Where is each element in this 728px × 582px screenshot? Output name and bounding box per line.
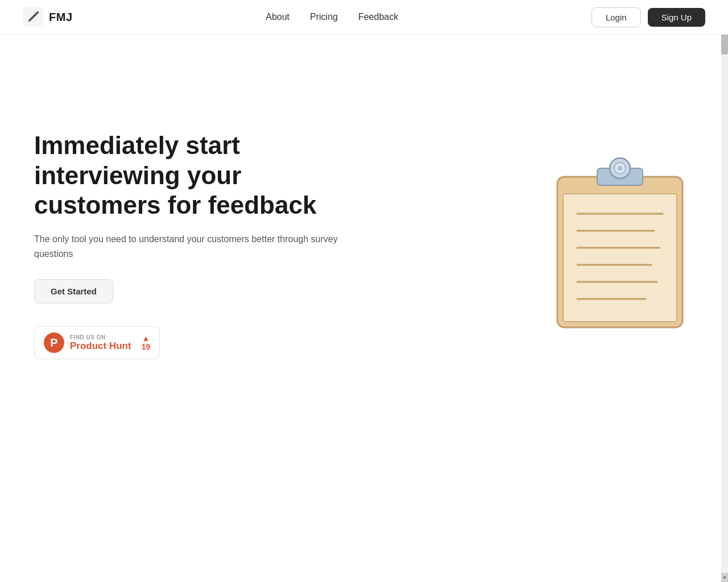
navbar: FMJ About Pricing Feedback Login Sign Up xyxy=(0,0,728,35)
hero-content-left: Immediately start interviewing your cust… xyxy=(34,131,387,360)
product-hunt-logo: P xyxy=(44,332,64,353)
signup-button[interactable]: Sign Up xyxy=(648,8,705,27)
svg-point-6 xyxy=(618,166,622,171)
product-hunt-badge[interactable]: P FIND US ON Product Hunt ▲ 19 xyxy=(34,326,160,359)
hero-section: Immediately start interviewing your cust… xyxy=(0,35,728,433)
nav-brand: FMJ xyxy=(23,7,73,27)
product-hunt-find-us-label: FIND US ON xyxy=(70,334,131,340)
clipboard-svg xyxy=(546,154,694,336)
product-hunt-vote-count: 19 xyxy=(142,342,151,351)
hero-subtext: The only tool you need to understand you… xyxy=(34,232,364,261)
nav-link-about[interactable]: About xyxy=(266,12,289,22)
hero-heading: Immediately start interviewing your cust… xyxy=(34,131,364,221)
product-hunt-text: FIND US ON Product Hunt xyxy=(70,334,131,352)
nav-link-feedback[interactable]: Feedback xyxy=(358,12,398,22)
nav-actions: Login Sign Up xyxy=(592,7,705,27)
nav-link-pricing[interactable]: Pricing xyxy=(310,12,338,22)
get-started-button[interactable]: Get Started xyxy=(34,279,113,304)
login-button[interactable]: Login xyxy=(592,7,641,27)
scrollbar-arrow-down[interactable]: ▼ xyxy=(721,573,728,582)
scrollbar[interactable]: ▲ ▼ xyxy=(721,0,728,582)
product-hunt-votes: ▲ 19 xyxy=(142,334,151,351)
product-hunt-name: Product Hunt xyxy=(70,340,131,352)
hero-illustration xyxy=(523,154,694,336)
brand-name: FMJ xyxy=(49,11,73,24)
nav-links: About Pricing Feedback xyxy=(266,12,398,22)
upvote-arrow-icon: ▲ xyxy=(142,334,150,342)
brand-logo-icon xyxy=(23,7,43,27)
